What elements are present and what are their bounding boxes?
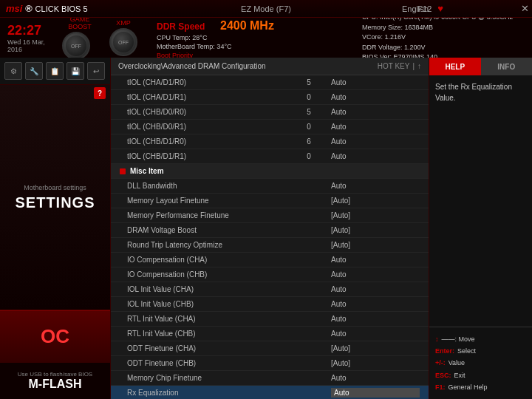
- msi-logo: msi ®: [6, 3, 33, 14]
- help-question-button[interactable]: ?: [94, 87, 106, 99]
- misc-row[interactable]: ODT Finetune (CHA) [Auto]: [111, 341, 429, 356]
- misc-row[interactable]: IO Compensation (CHA) Auto: [111, 253, 429, 267]
- misc-row-name: Memory Chip Finetune: [120, 374, 331, 382]
- ctrl-value-key: +/-:: [435, 357, 446, 369]
- ctrl-move-key: ↕: [435, 333, 439, 345]
- settings-label-big: SETTINGS: [15, 194, 95, 211]
- tiol-row[interactable]: tIOL (CHB/D0/R0) 5 Auto: [111, 105, 429, 120]
- misc-row-auto: Auto: [331, 300, 420, 308]
- tiol-row-value: 6: [287, 137, 331, 146]
- misc-row[interactable]: RTL Init Value (CHB) Auto: [111, 327, 429, 341]
- misc-row[interactable]: Memory Layout Finetune [Auto]: [111, 194, 429, 208]
- tiol-row[interactable]: tIOL (CHB/D1/R0) 6 Auto: [111, 134, 429, 149]
- tiol-row-value: 0: [287, 123, 331, 131]
- misc-row-name: IO Compensation (CHA): [120, 256, 331, 264]
- clock-time: 22:27: [7, 23, 50, 38]
- misc-row-auto: [Auto]: [331, 197, 420, 205]
- ctrl-f1: F1: General Help: [435, 381, 526, 393]
- ctrl-value: +/-: Value: [435, 357, 526, 369]
- ddr-speed-row: DDR Speed 2400 MHz: [157, 19, 350, 33]
- hotkey-area: HOT KEY | ↑: [378, 62, 421, 70]
- main-layout: ⚙ 🔧 📋 💾 ↩ ? Motherboard settings SETTING…: [0, 58, 532, 399]
- tiol-row-auto: Auto: [331, 123, 420, 131]
- close-button[interactable]: ✕: [521, 3, 529, 14]
- tiol-row[interactable]: tIOL (CHB/D0/R1) 0 Auto: [111, 120, 429, 134]
- misc-row[interactable]: RTL Init Value (CHA) Auto: [111, 312, 429, 327]
- tiol-row-value: 0: [287, 93, 331, 101]
- center-content: Overclocking\Advanced DRAM Configuration…: [111, 58, 429, 399]
- f12-area: F12 ♥ English: [417, 3, 443, 14]
- tool-icon-3[interactable]: 📋: [46, 62, 64, 80]
- misc-row[interactable]: IOL Init Value (CHA) Auto: [111, 282, 429, 297]
- right-content: Set the Rx Equalization Value.: [429, 75, 532, 327]
- misc-row[interactable]: Round Trip Latency Optimize [Auto]: [111, 238, 429, 253]
- click-bios-label: CLICK BIOS 5: [35, 4, 88, 13]
- tiol-row-value: 5: [287, 108, 331, 116]
- tab-help[interactable]: HELP: [429, 58, 481, 75]
- ctrl-esc: ESC: Exit: [435, 369, 526, 381]
- tiol-row[interactable]: tIOL (CHB/D1/R1) 0 Auto: [111, 149, 429, 164]
- misc-row[interactable]: IO Compensation (CHB) Auto: [111, 267, 429, 282]
- game-boost-knob[interactable]: OFF: [62, 32, 90, 60]
- tool-icon-5[interactable]: ↩: [87, 62, 105, 80]
- misc-row-auto: Auto: [331, 388, 420, 398]
- tool-icon-4[interactable]: 💾: [66, 62, 84, 80]
- ctrl-enter-label: Select: [457, 345, 476, 357]
- hotkey-label: HOT KEY: [378, 62, 410, 70]
- tab-info[interactable]: INFO: [481, 58, 533, 75]
- ctrl-esc-key: ESC:: [435, 369, 451, 381]
- oc-section[interactable]: OC: [0, 310, 110, 362]
- dram-table: tIOL (CHA/D1/R0) 5 Auto tIOL (CHA/D1/R1)…: [111, 75, 429, 399]
- tiol-row[interactable]: tIOL (CHA/D1/R1) 0 Auto: [111, 90, 429, 105]
- help-text: Set the Rx Equalization Value.: [435, 83, 512, 102]
- tool-icon-1[interactable]: ⚙: [4, 62, 22, 80]
- ddr-speed-label: DDR Speed: [157, 21, 216, 32]
- misc-section-title: Misc Item: [130, 167, 164, 175]
- misc-row-auto: Auto: [331, 374, 420, 382]
- misc-section-header: Misc Item: [111, 164, 429, 179]
- ez-mode-button[interactable]: EZ Mode (F7): [241, 4, 291, 13]
- back-icon[interactable]: ↑: [417, 62, 421, 70]
- mflash-section[interactable]: Use USB to flash/save BIOS M-FLASH: [0, 362, 110, 399]
- misc-row-auto: [Auto]: [331, 344, 420, 352]
- ctrl-move: ↕ ——: Move: [435, 333, 526, 345]
- settings-section[interactable]: Motherboard settings SETTINGS: [0, 85, 110, 310]
- misc-row-name: Round Trip Latency Optimize: [120, 241, 331, 249]
- misc-row[interactable]: Memory Performance Finetune [Auto]: [111, 208, 429, 223]
- misc-row[interactable]: IOL Init Value (CHB) Auto: [111, 297, 429, 312]
- misc-row-name: DRAM Voltage Boost: [120, 226, 331, 234]
- tool-icon-2[interactable]: 🔧: [25, 62, 43, 80]
- misc-row-name: IO Compensation (CHB): [120, 270, 331, 279]
- oc-label: OC: [41, 325, 69, 348]
- language-selector[interactable]: English: [402, 4, 429, 13]
- tiol-row-auto: Auto: [331, 93, 420, 101]
- misc-row[interactable]: Rx Equalization Auto: [111, 386, 429, 399]
- sysinfo-vcore: VCore: 1.216V: [362, 33, 525, 43]
- tiol-row-auto: Auto: [331, 137, 420, 146]
- top-bar: msi ® CLICK BIOS 5 EZ Mode (F7) F12 ♥ En…: [0, 0, 532, 18]
- tiol-row-auto: Auto: [331, 78, 420, 86]
- misc-row-auto: Auto: [331, 330, 420, 338]
- game-boost-label: GAME BOOST: [62, 16, 98, 30]
- xmp-knob[interactable]: OFF: [109, 28, 137, 56]
- misc-row[interactable]: ODT Finetune (CHB) [Auto]: [111, 356, 429, 371]
- cpu-temp: CPU Temp: 28°C: [157, 34, 350, 41]
- misc-row[interactable]: Memory Chip Finetune Auto: [111, 371, 429, 386]
- section-dot: [120, 168, 126, 174]
- misc-row[interactable]: DLL Bandwidth Auto: [111, 179, 429, 194]
- tiol-row[interactable]: tIOL (CHA/D1/R0) 5 Auto: [111, 75, 429, 90]
- ctrl-f1-key: F1:: [435, 381, 446, 393]
- misc-row[interactable]: DRAM Voltage Boost [Auto]: [111, 223, 429, 238]
- game-boost-section: GAME BOOST OFF: [62, 16, 98, 60]
- tiol-rows: tIOL (CHA/D1/R0) 5 Auto tIOL (CHA/D1/R1)…: [111, 75, 429, 164]
- back-arrow-icon[interactable]: |: [412, 62, 415, 70]
- right-panel: HELP INFO Set the Rx Equalization Value.…: [429, 58, 532, 399]
- clock-area: 22:27 Wed 16 Mar, 2016: [7, 23, 50, 53]
- sidebar-tools: ⚙ 🔧 📋 💾 ↩: [0, 58, 110, 85]
- tiol-row-name: tIOL (CHB/D0/R0): [120, 108, 287, 116]
- ctrl-enter: Enter: Select: [435, 345, 526, 357]
- misc-row-auto: Auto: [331, 285, 420, 293]
- misc-row-name: ODT Finetune (CHB): [120, 359, 331, 367]
- clock-date: Wed 16 Mar, 2016: [7, 38, 50, 53]
- tiol-row-name: tIOL (CHA/D1/R0): [120, 78, 287, 86]
